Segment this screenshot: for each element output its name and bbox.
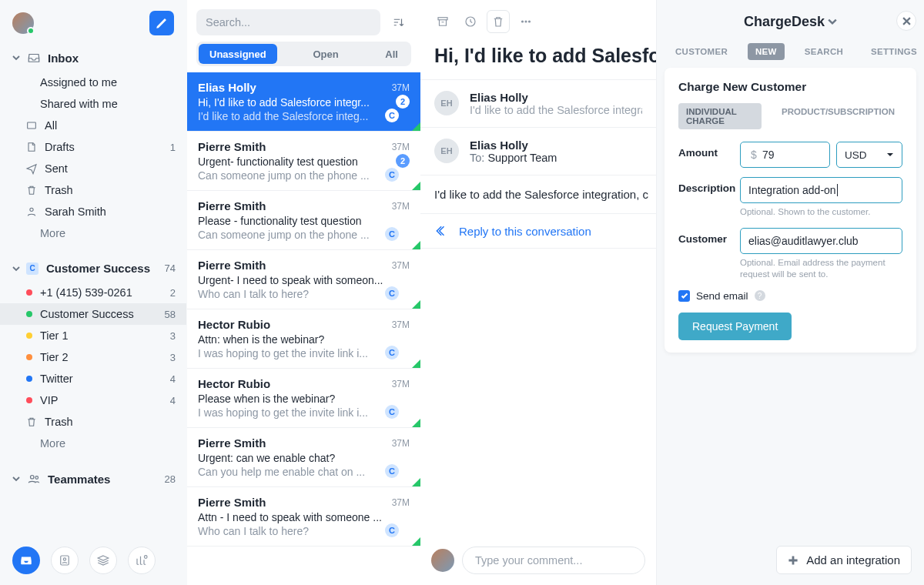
- sort-button[interactable]: [385, 9, 411, 35]
- thread-from: Pierre Smith: [198, 259, 266, 272]
- message-sender: Elias Holly: [470, 91, 642, 104]
- thread-from: Elias Holly: [198, 81, 256, 94]
- person-icon: [23, 206, 40, 218]
- thread-time: 37M: [392, 142, 410, 152]
- tab-search[interactable]: SEARCH: [797, 43, 851, 60]
- integration-panel: ChargeDesk CUSTOMER NEW SEARCH SETTINGS …: [656, 0, 924, 585]
- send-email-checkbox[interactable]: [678, 290, 690, 302]
- thread-item[interactable]: Hector Rubio37MAttn: when is the webinar…: [187, 309, 420, 369]
- snooze-button[interactable]: [459, 10, 482, 33]
- thread-item[interactable]: Hector Rubio37MPlease when is the webina…: [187, 369, 420, 428]
- more-button[interactable]: [514, 10, 537, 33]
- charge-card: Charge New Customer INDIVIDUAL CHARGE PR…: [665, 68, 916, 353]
- sidebar-item-trash-cs[interactable]: Trash: [0, 411, 186, 433]
- contacts-button[interactable]: [51, 547, 79, 574]
- thread-preview: Can you help me enable chat on ...: [198, 466, 410, 478]
- thread-subject: Hi, I'd like to add Salesforce integr...: [198, 96, 396, 109]
- sidebar-item-all[interactable]: All: [0, 115, 186, 136]
- sidebar-item-more-cs[interactable]: More: [0, 433, 186, 454]
- tab-customer[interactable]: CUSTOMER: [668, 43, 735, 60]
- segment-unassigned[interactable]: Unassigned: [199, 44, 277, 64]
- section-team-header[interactable]: Teammates 28: [0, 464, 186, 490]
- thread-filter-segment: Unassigned Open All: [196, 42, 411, 66]
- compose-button[interactable]: [149, 11, 174, 35]
- message-preview: I'd like to add the Salesforce integra: [470, 104, 642, 116]
- add-integration-button[interactable]: Add an integration: [776, 546, 912, 574]
- search-input[interactable]: Search...: [196, 9, 380, 35]
- customer-input[interactable]: elias@auditlawyer.club: [740, 228, 902, 254]
- sidebar-item-sarah[interactable]: Sarah Smith: [0, 201, 186, 222]
- analytics-button[interactable]: [128, 547, 156, 574]
- sidebar-item-trash[interactable]: Trash: [0, 179, 186, 201]
- thread-subject: Attn: when is the webinar?: [198, 333, 410, 346]
- user-avatar[interactable]: [12, 12, 34, 34]
- corner-marker-icon: [412, 182, 420, 190]
- svg-point-3: [35, 476, 38, 480]
- chevron-down-icon[interactable]: [825, 14, 837, 30]
- message-row[interactable]: EH Elias Holly To: Support Team: [420, 127, 656, 175]
- clock-icon: [464, 15, 477, 28]
- thread-item[interactable]: Elias Holly37MHi, I'd like to add Salesf…: [187, 72, 420, 132]
- sidebar-item-sent[interactable]: Sent: [0, 158, 186, 179]
- subtab-individual[interactable]: INDIVIDUAL CHARGE: [678, 103, 762, 129]
- archive-button[interactable]: [431, 10, 454, 33]
- sidebar-item-assigned[interactable]: Assigned to me: [0, 72, 186, 93]
- description-input[interactable]: Integration add-on: [740, 177, 902, 203]
- svg-point-2: [31, 476, 35, 480]
- segment-open[interactable]: Open: [302, 44, 349, 64]
- close-icon: [902, 17, 911, 25]
- trash-icon: [23, 184, 40, 196]
- reply-button[interactable]: Reply to this conversation: [420, 213, 656, 249]
- thread-from: Pierre Smith: [198, 496, 266, 509]
- subtab-product[interactable]: PRODUCT/SUBSCRIPTION: [774, 103, 902, 129]
- check-icon: [681, 292, 688, 299]
- status-dot-icon: [26, 333, 32, 339]
- comment-input[interactable]: Type your comment...: [462, 547, 645, 574]
- thread-from: Hector Rubio: [198, 377, 270, 390]
- thread-preview: Who can I talk to here?: [198, 288, 410, 300]
- all-icon: [23, 119, 40, 132]
- sidebar-item-drafts[interactable]: Drafts1: [0, 136, 186, 158]
- message-sender: Elias Holly: [470, 139, 642, 152]
- delete-button[interactable]: [487, 10, 510, 33]
- currency-select[interactable]: USD: [836, 142, 902, 168]
- thread-time: 37M: [392, 438, 410, 449]
- sidebar-item-vip[interactable]: VIP4: [0, 389, 186, 411]
- thread-item[interactable]: Pierre Smith37MUrgent- I need to speak w…: [187, 250, 420, 309]
- thread-item[interactable]: Pierre Smith37MUrgent: can we enable cha…: [187, 428, 420, 487]
- thread-item[interactable]: Pierre Smith37MUrgent- functionality tes…: [187, 132, 420, 191]
- amount-label: Amount: [678, 142, 740, 159]
- layers-button[interactable]: [89, 547, 117, 574]
- thread-tag-badge: C: [385, 227, 399, 241]
- corner-marker-icon: [412, 419, 420, 427]
- sidebar-item-cs[interactable]: Customer Success58: [0, 303, 186, 325]
- nav-sidebar: Inbox Assigned to me Shared with me All …: [0, 0, 186, 585]
- sidebar-item-tier2[interactable]: Tier 23: [0, 346, 186, 368]
- sidebar-item-shared[interactable]: Shared with me: [0, 93, 186, 115]
- sidebar-item-tier1[interactable]: Tier 13: [0, 325, 186, 346]
- section-cs-header[interactable]: C Customer Success 74: [0, 254, 186, 279]
- tab-settings[interactable]: SETTINGS: [863, 43, 924, 60]
- corner-marker-icon: [412, 300, 420, 309]
- inbox-switch-button[interactable]: [12, 547, 40, 574]
- tab-new[interactable]: NEW: [748, 43, 785, 60]
- thread-from: Pierre Smith: [198, 140, 266, 153]
- message-row[interactable]: EH Elias Holly I'd like to add the Sales…: [420, 79, 656, 127]
- thread-item[interactable]: Pierre Smith37MAttn - I need to speak wi…: [187, 487, 420, 547]
- integration-name[interactable]: ChargeDesk: [744, 14, 825, 30]
- sidebar-item-phone[interactable]: +1 (415) 539-02612: [0, 282, 186, 303]
- request-payment-button[interactable]: Request Payment: [678, 313, 792, 340]
- corner-marker-icon: [412, 122, 420, 131]
- thread-item[interactable]: Pierre Smith37MPlease - functionality te…: [187, 191, 420, 250]
- segment-all[interactable]: All: [374, 44, 409, 64]
- sidebar-item-twitter[interactable]: Twitter4: [0, 368, 186, 389]
- amount-input[interactable]: $79: [740, 142, 830, 168]
- close-panel-button[interactable]: [896, 11, 916, 31]
- help-icon[interactable]: ?: [755, 290, 765, 301]
- thread-from: Pierre Smith: [198, 436, 266, 450]
- sidebar-item-more-inbox[interactable]: More: [0, 222, 186, 244]
- section-inbox-header[interactable]: Inbox: [0, 43, 186, 69]
- thread-time: 37M: [392, 497, 410, 508]
- commenter-avatar: [431, 549, 454, 572]
- status-dot-icon: [26, 354, 32, 360]
